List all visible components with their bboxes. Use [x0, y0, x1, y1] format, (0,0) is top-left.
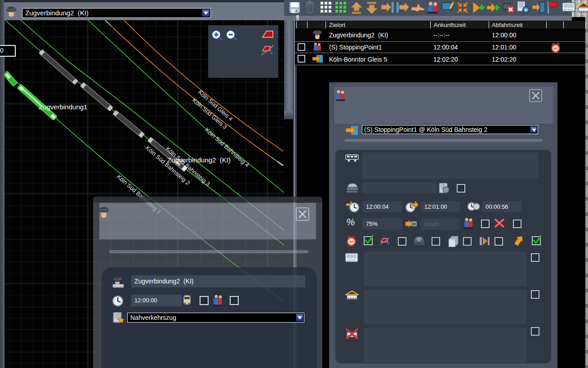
svg-text:30: 30 [412, 222, 416, 226]
svg-text:Zugverbindung2 (KI): Zugverbindung2 (KI) [167, 156, 231, 164]
svg-text:Zugverbindung1: Zugverbindung1 [39, 103, 87, 111]
